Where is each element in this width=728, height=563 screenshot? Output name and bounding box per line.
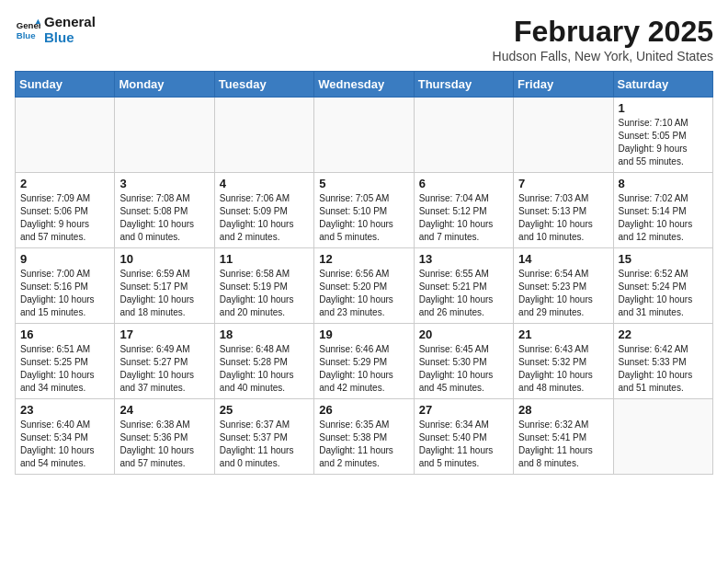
day-number: 26 (319, 403, 408, 417)
table-row: 10Sunrise: 6:59 AM Sunset: 5:17 PM Dayli… (115, 248, 214, 324)
day-detail: Sunrise: 7:10 AM Sunset: 5:05 PM Dayligh… (619, 117, 708, 168)
day-detail: Sunrise: 7:08 AM Sunset: 5:08 PM Dayligh… (119, 192, 209, 244)
table-row: 2Sunrise: 7:09 AM Sunset: 5:06 PM Daylig… (16, 173, 115, 248)
day-number: 16 (20, 327, 109, 341)
table-row: 6Sunrise: 7:04 AM Sunset: 5:12 PM Daylig… (414, 173, 513, 248)
header-tuesday: Tuesday (214, 72, 313, 98)
header-thursday: Thursday (414, 72, 513, 98)
table-row: 15Sunrise: 6:52 AM Sunset: 5:24 PM Dayli… (613, 248, 712, 324)
calendar-week-row: 16Sunrise: 6:51 AM Sunset: 5:25 PM Dayli… (16, 324, 713, 399)
day-number: 13 (419, 252, 508, 266)
table-row: 17Sunrise: 6:49 AM Sunset: 5:27 PM Dayli… (115, 324, 214, 399)
table-row (414, 98, 513, 173)
table-row (115, 98, 214, 173)
day-number: 2 (20, 177, 109, 190)
day-detail: Sunrise: 6:35 AM Sunset: 5:38 PM Dayligh… (319, 419, 408, 470)
day-number: 10 (119, 252, 209, 266)
day-number: 11 (220, 252, 309, 266)
header-monday: Monday (115, 72, 214, 98)
day-number: 3 (119, 177, 209, 190)
day-number: 21 (518, 327, 608, 341)
day-number: 20 (419, 327, 508, 341)
day-detail: Sunrise: 6:52 AM Sunset: 5:24 PM Dayligh… (619, 268, 708, 319)
logo-text: General Blue (44, 15, 96, 45)
day-detail: Sunrise: 6:56 AM Sunset: 5:20 PM Dayligh… (319, 268, 408, 319)
table-row: 14Sunrise: 6:54 AM Sunset: 5:23 PM Dayli… (514, 248, 613, 324)
calendar-week-row: 2Sunrise: 7:09 AM Sunset: 5:06 PM Daylig… (16, 173, 713, 248)
table-row: 20Sunrise: 6:45 AM Sunset: 5:30 PM Dayli… (414, 324, 513, 399)
day-number: 17 (119, 327, 209, 341)
page-container: General Blue General Blue February 2025 … (0, 0, 728, 482)
day-detail: Sunrise: 6:45 AM Sunset: 5:30 PM Dayligh… (419, 343, 508, 395)
day-detail: Sunrise: 6:59 AM Sunset: 5:17 PM Dayligh… (119, 268, 209, 319)
day-detail: Sunrise: 7:05 AM Sunset: 5:10 PM Dayligh… (319, 192, 408, 244)
day-number: 7 (518, 177, 608, 190)
day-detail: Sunrise: 7:04 AM Sunset: 5:12 PM Dayligh… (419, 192, 508, 244)
day-number: 23 (20, 403, 109, 417)
header-wednesday: Wednesday (314, 72, 414, 98)
table-row: 18Sunrise: 6:48 AM Sunset: 5:28 PM Dayli… (214, 324, 313, 399)
day-number: 19 (319, 327, 408, 341)
logo: General Blue General Blue (15, 15, 96, 45)
day-detail: Sunrise: 6:32 AM Sunset: 5:41 PM Dayligh… (518, 419, 608, 470)
table-row: 12Sunrise: 6:56 AM Sunset: 5:20 PM Dayli… (314, 248, 414, 324)
day-detail: Sunrise: 6:58 AM Sunset: 5:19 PM Dayligh… (220, 268, 309, 319)
header-sunday: Sunday (16, 72, 115, 98)
day-detail: Sunrise: 6:34 AM Sunset: 5:40 PM Dayligh… (419, 419, 508, 470)
table-row: 22Sunrise: 6:42 AM Sunset: 5:33 PM Dayli… (613, 324, 712, 399)
day-detail: Sunrise: 7:06 AM Sunset: 5:09 PM Dayligh… (220, 192, 309, 244)
day-number: 5 (319, 177, 408, 190)
table-row: 4Sunrise: 7:06 AM Sunset: 5:09 PM Daylig… (214, 173, 313, 248)
table-row: 21Sunrise: 6:43 AM Sunset: 5:32 PM Dayli… (514, 324, 613, 399)
day-number: 1 (619, 101, 708, 115)
table-row: 9Sunrise: 7:00 AM Sunset: 5:16 PM Daylig… (16, 248, 115, 324)
location: Hudson Falls, New York, United States (493, 49, 713, 63)
day-detail: Sunrise: 6:46 AM Sunset: 5:29 PM Dayligh… (319, 343, 408, 395)
day-detail: Sunrise: 6:49 AM Sunset: 5:27 PM Dayligh… (119, 343, 209, 395)
day-number: 6 (419, 177, 508, 190)
table-row: 26Sunrise: 6:35 AM Sunset: 5:38 PM Dayli… (314, 399, 414, 475)
table-row: 23Sunrise: 6:40 AM Sunset: 5:34 PM Dayli… (16, 399, 115, 475)
day-number: 22 (619, 327, 708, 341)
day-detail: Sunrise: 6:51 AM Sunset: 5:25 PM Dayligh… (20, 343, 109, 395)
table-row (16, 98, 115, 173)
table-row: 5Sunrise: 7:05 AM Sunset: 5:10 PM Daylig… (314, 173, 414, 248)
day-detail: Sunrise: 6:42 AM Sunset: 5:33 PM Dayligh… (619, 343, 708, 395)
title-block: February 2025 Hudson Falls, New York, Un… (493, 15, 713, 63)
table-row: 1Sunrise: 7:10 AM Sunset: 5:05 PM Daylig… (613, 98, 712, 173)
table-row: 7Sunrise: 7:03 AM Sunset: 5:13 PM Daylig… (514, 173, 613, 248)
calendar-week-row: 9Sunrise: 7:00 AM Sunset: 5:16 PM Daylig… (16, 248, 713, 324)
table-row: 27Sunrise: 6:34 AM Sunset: 5:40 PM Dayli… (414, 399, 513, 475)
day-detail: Sunrise: 7:09 AM Sunset: 5:06 PM Dayligh… (20, 192, 109, 244)
day-number: 24 (119, 403, 209, 417)
day-number: 9 (20, 252, 109, 266)
table-row: 8Sunrise: 7:02 AM Sunset: 5:14 PM Daylig… (613, 173, 712, 248)
day-number: 27 (419, 403, 508, 417)
calendar-table: Sunday Monday Tuesday Wednesday Thursday… (15, 71, 713, 475)
day-number: 25 (220, 403, 309, 417)
calendar-header-row: Sunday Monday Tuesday Wednesday Thursday… (16, 72, 713, 98)
day-number: 15 (619, 252, 708, 266)
logo-icon: General Blue (15, 17, 40, 43)
table-row: 28Sunrise: 6:32 AM Sunset: 5:41 PM Dayli… (514, 399, 613, 475)
header-friday: Friday (514, 72, 613, 98)
day-detail: Sunrise: 6:37 AM Sunset: 5:37 PM Dayligh… (220, 419, 309, 470)
calendar-week-row: 1Sunrise: 7:10 AM Sunset: 5:05 PM Daylig… (16, 98, 713, 173)
table-row: 19Sunrise: 6:46 AM Sunset: 5:29 PM Dayli… (314, 324, 414, 399)
day-detail: Sunrise: 7:03 AM Sunset: 5:13 PM Dayligh… (518, 192, 608, 244)
month-title: February 2025 (493, 15, 713, 49)
page-header: General Blue General Blue February 2025 … (15, 15, 713, 63)
header-saturday: Saturday (613, 72, 712, 98)
table-row: 13Sunrise: 6:55 AM Sunset: 5:21 PM Dayli… (414, 248, 513, 324)
table-row: 25Sunrise: 6:37 AM Sunset: 5:37 PM Dayli… (214, 399, 313, 475)
day-detail: Sunrise: 6:54 AM Sunset: 5:23 PM Dayligh… (518, 268, 608, 319)
table-row (214, 98, 313, 173)
day-number: 4 (220, 177, 309, 190)
day-number: 18 (220, 327, 309, 341)
table-row (514, 98, 613, 173)
day-number: 28 (518, 403, 608, 417)
table-row: 3Sunrise: 7:08 AM Sunset: 5:08 PM Daylig… (115, 173, 214, 248)
day-number: 12 (319, 252, 408, 266)
day-detail: Sunrise: 6:43 AM Sunset: 5:32 PM Dayligh… (518, 343, 608, 395)
table-row: 11Sunrise: 6:58 AM Sunset: 5:19 PM Dayli… (214, 248, 313, 324)
